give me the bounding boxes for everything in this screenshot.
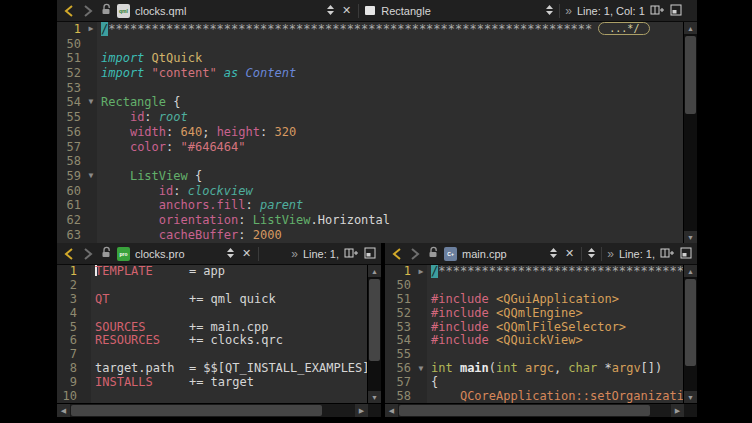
code-line[interactable]: 62 orientation: ListView.Horizontal (57, 213, 683, 228)
open-document-dropdown[interactable]: pro clocks.pro (117, 247, 235, 261)
horizontal-scrollbar[interactable]: ◀ ▶ (57, 403, 381, 417)
line-number[interactable]: 55 (57, 110, 85, 125)
vertical-scrollbar[interactable]: ▲ ▼ (683, 22, 697, 243)
detach-window-button[interactable] (680, 247, 692, 261)
code-line[interactable]: 6RESOURCES += clocks.qrc (57, 334, 367, 348)
line-number[interactable]: 61 (57, 198, 85, 213)
open-document-dropdown[interactable]: C+ main.cpp (444, 247, 558, 261)
fold-badge[interactable]: ...*/ (598, 22, 650, 35)
line-number[interactable]: 1 (57, 265, 81, 279)
vertical-scrollbar[interactable]: ▲ ▼ (367, 265, 381, 403)
line-number[interactable]: 54 (57, 95, 85, 110)
code-line[interactable]: 1▶/*************************************… (385, 265, 683, 279)
lock-icon[interactable] (427, 246, 439, 261)
fold-marker[interactable]: ▼ (415, 362, 427, 376)
scroll-left-button[interactable]: ◀ (385, 404, 398, 417)
line-number[interactable]: 56 (57, 125, 85, 140)
scrollbar-thumb[interactable] (399, 405, 650, 416)
close-document-button[interactable]: ✕ (563, 247, 576, 260)
line-number[interactable]: 54 (385, 334, 415, 348)
detach-window-button[interactable] (364, 247, 376, 261)
code-line[interactable]: 1TEMPLATE = app (57, 265, 367, 279)
scroll-up-button[interactable]: ▲ (684, 265, 697, 277)
horizontal-scrollbar[interactable]: ◀ ▶ (385, 403, 697, 417)
code-line[interactable]: 58 QCoreApplication::setOrganizationNam (385, 390, 683, 403)
scroll-down-button[interactable]: ▼ (368, 391, 381, 403)
line-number[interactable]: 53 (385, 321, 415, 335)
fold-marker[interactable]: ▼ (85, 95, 97, 110)
code-line[interactable]: 56▼int main(int argc, char *argv[]) (385, 362, 683, 376)
code-line[interactable]: 3QT += qml quick (57, 293, 367, 307)
line-number[interactable]: 63 (57, 228, 85, 243)
scroll-down-button[interactable]: ▼ (684, 231, 697, 243)
code-line[interactable]: 1▶/*************************************… (57, 22, 683, 37)
scrollbar-track[interactable] (70, 404, 355, 417)
vertical-scrollbar[interactable]: ▲ ▼ (683, 265, 697, 403)
line-number[interactable]: 7 (57, 348, 81, 362)
code-line[interactable]: 55 id: root (57, 110, 683, 125)
line-number[interactable]: 4 (57, 307, 81, 321)
line-number[interactable]: 51 (57, 51, 85, 66)
code-line[interactable]: 54▼Rectangle { (57, 95, 683, 110)
code-line[interactable]: 53#include <QQmlFileSelector> (385, 321, 683, 335)
code-line[interactable]: 52#include <QQmlEngine> (385, 307, 683, 321)
scrollbar-thumb[interactable] (71, 405, 322, 416)
scroll-right-button[interactable]: ▶ (671, 404, 684, 417)
symbol-dropdown[interactable]: Rectangle (364, 4, 554, 18)
code-line[interactable]: 4 (57, 307, 367, 321)
detach-window-button[interactable] (670, 4, 682, 18)
scrollbar-track[interactable] (684, 34, 697, 231)
line-number[interactable]: 55 (385, 348, 415, 362)
scrollbar-thumb[interactable] (685, 36, 696, 114)
code-line[interactable]: 50 (57, 37, 683, 52)
code-line[interactable]: 7 (57, 348, 367, 362)
symbol-combo-arrows-icon[interactable] (587, 247, 596, 261)
overflow-chevron-icon[interactable]: » (565, 4, 572, 18)
back-button[interactable] (62, 248, 76, 260)
line-number[interactable]: 3 (57, 293, 81, 307)
close-document-button[interactable]: ✕ (340, 4, 353, 17)
combo-arrows-icon[interactable] (549, 247, 558, 261)
line-number[interactable]: 9 (57, 376, 81, 390)
line-number[interactable]: 56 (385, 362, 415, 376)
line-number[interactable]: 1 (57, 22, 85, 37)
fold-marker[interactable]: ▶ (85, 22, 97, 37)
overflow-chevron-icon[interactable]: » (607, 247, 614, 261)
scroll-left-button[interactable]: ◀ (57, 404, 70, 417)
line-number[interactable]: 50 (385, 279, 415, 293)
code-line[interactable]: 58 (57, 154, 683, 169)
combo-arrows-icon[interactable] (545, 4, 554, 18)
forward-button[interactable] (81, 5, 95, 17)
scrollbar-track[interactable] (368, 277, 381, 391)
code-line[interactable]: 57 color: "#646464" (57, 140, 683, 155)
code-line[interactable]: 60 id: clockview (57, 184, 683, 199)
code-line[interactable]: 10 (57, 390, 367, 403)
split-editor-button[interactable] (344, 247, 359, 261)
code-line[interactable]: 8target.path = $$[QT_INSTALL_EXAMPLES]/d… (57, 362, 367, 376)
line-number[interactable]: 60 (57, 184, 85, 199)
scrollbar-thumb[interactable] (369, 279, 380, 361)
split-editor-button[interactable] (660, 247, 675, 261)
code-line[interactable]: 61 anchors.fill: parent (57, 198, 683, 213)
code-editor-pro[interactable]: 1TEMPLATE = app23QT += qml quick45SOURCE… (57, 265, 367, 403)
code-line[interactable]: 54#include <QQuickView> (385, 334, 683, 348)
back-button[interactable] (62, 5, 76, 17)
overflow-chevron-icon[interactable]: » (291, 247, 298, 261)
scrollbar-track[interactable] (398, 404, 671, 417)
code-line[interactable]: 50 (385, 279, 683, 293)
open-document-dropdown[interactable]: qml clocks.qml (117, 4, 335, 18)
fold-marker[interactable]: ▼ (85, 169, 97, 184)
code-line[interactable]: 51import QtQuick (57, 51, 683, 66)
code-line[interactable]: 63 cacheBuffer: 2000 (57, 228, 683, 243)
line-number[interactable]: 6 (57, 334, 81, 348)
code-editor-cpp[interactable]: 1▶/*************************************… (385, 265, 683, 403)
line-number[interactable]: 52 (385, 307, 415, 321)
line-number[interactable]: 51 (385, 293, 415, 307)
scroll-right-button[interactable]: ▶ (355, 404, 368, 417)
code-line[interactable]: 53 (57, 81, 683, 96)
line-number[interactable]: 57 (57, 140, 85, 155)
combo-arrows-icon[interactable] (226, 247, 235, 261)
lock-icon[interactable] (100, 3, 112, 18)
line-number[interactable]: 1 (385, 265, 415, 279)
line-number[interactable]: 59 (57, 169, 85, 184)
